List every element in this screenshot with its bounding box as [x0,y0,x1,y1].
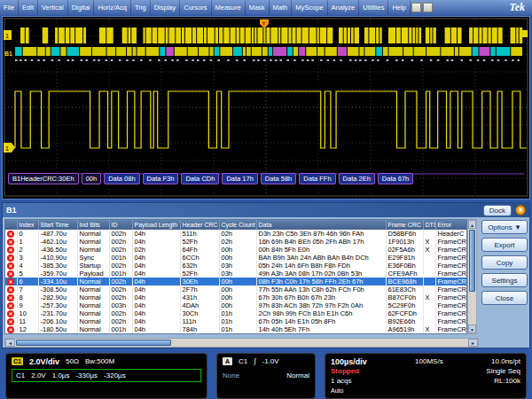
column-header-frame-crc[interactable]: Frame CRC [386,220,423,230]
channel-badge[interactable]: C1 [12,357,23,365]
table-cell: 04h [132,262,180,270]
bus-decode-label: Data 08h [104,173,139,184]
scroll-down-icon[interactable]: ▼ [468,325,476,333]
column-header-dts[interactable]: DTS [423,220,435,230]
menu-myscope[interactable]: MyScope [292,0,327,15]
table-row[interactable]: ✕3-410.90uSync001h04h6CCh00hBAh B9h 3Ah … [5,254,466,262]
sample-resolution: 10.0ns/pt [491,357,520,365]
column-header-cycle-count[interactable]: Cycle Count [219,220,256,230]
trigger-readout[interactable]: A C1 ∫ -1.0V None Normal [216,353,316,399]
cursor-value-1: 1.0µs [52,372,70,379]
horizontal-readout[interactable]: 100µs/div 100MS/s 10.0ns/pt Stopped Sing… [325,353,527,399]
menu-trig[interactable]: Trig [131,0,151,15]
table-cell: 14h 40h 5Eh 7Fh [256,325,386,333]
menu-file[interactable]: File [0,0,19,15]
table-cell: FrameCR [435,301,466,309]
table-cell: 1 [17,238,38,246]
table-cell: X [423,246,435,254]
table-cell: Payload [77,270,109,278]
scroll-right-icon[interactable]: ► [468,339,478,347]
menu-edit[interactable]: Edit [19,0,38,15]
vertical-scroll-thumb[interactable] [469,230,475,292]
table-cell: 002h [109,278,132,286]
column-header-ind-bits[interactable]: Ind Bits [77,220,109,230]
table-row[interactable]: ✕4-385.30uStartup002h04h632h03h05h 24h 1… [5,262,466,270]
table-row[interactable]: ✕6-334.10uNormal002h04h30Eh00h08h F3h C0… [5,278,466,286]
table-cell: 04h [132,325,180,333]
table-cell: 3 [17,254,38,262]
menu-math[interactable]: Math [270,0,293,15]
table-row[interactable]: ✕9-257.30uNormal003h04h4DAh00h97h 83h AC… [5,301,466,309]
error-icon: ✕ [7,231,14,238]
column-header-header-crc[interactable]: Header CRC [180,220,219,230]
table-cell: X [423,293,435,301]
column-header-payload-length[interactable]: Payload Length [132,220,180,230]
table-row[interactable]: ✕8-282.90uNormal002h04h431h00h67h 30h 67… [5,293,466,301]
menu-display[interactable]: Display [151,0,181,15]
column-header-index[interactable]: Index [17,220,38,230]
close-button[interactable]: Close [481,291,528,305]
table-cell: 12 [17,325,38,333]
table-row[interactable]: ✕12-180.50uNormal001h04h784h01h14h 40h 5… [5,325,466,333]
vertical-scrollbar[interactable]: ▲ ▼ [467,219,477,334]
column-header-data[interactable]: Data [256,220,386,230]
error-icon: ✕ [7,246,14,254]
table-cell: -487.70u [38,230,77,238]
settings-button[interactable]: Settings [481,273,528,287]
table-cell: FrameCR [435,254,466,262]
cursor-readout[interactable]: C1 2.0V 1.0µs -330µs -320µs [12,369,201,382]
error-icon: ✕ [7,294,14,301]
table-cell: 01h [219,317,256,325]
error-icon: ✕ [7,310,14,317]
table-cell: FrameCR [435,270,466,278]
decode-table[interactable]: IndexStart TimeInd BitsIDPayload LengthH… [4,219,467,334]
menu-mask[interactable]: Mask [246,0,270,15]
menu-horiz-acq[interactable]: Horiz/Acq [94,0,131,15]
horizontal-scrollbar[interactable]: ◄ ► [4,338,479,348]
table-row[interactable]: ✕11-206.10uNormal002h04h111h01h67h 05h 1… [5,317,466,325]
channel-readout[interactable]: C1 2.0V/div 50Ω Bw:500M C1 2.0V 1.0µs -3… [5,353,207,399]
scroll-left-icon[interactable]: ◄ [5,339,15,347]
column-header-start-time[interactable]: Start Time [38,220,77,230]
menu-digital[interactable]: Digital [68,0,95,15]
waveform-display[interactable]: 1B11T B1HeaderCRC:30Eh00hData 08hData F3… [2,16,530,200]
table-cell: 64Fh [180,246,219,254]
close-icon[interactable]: X [515,205,526,215]
table-row[interactable]: ✕10-231.70uNormal002h04h30Ch01h2Ch 98h 9… [5,309,466,317]
table-cell: 03h [219,262,256,270]
table-cell: 001h [109,254,132,262]
trigger-level: -1.0V [262,357,279,365]
table-cell [423,262,435,270]
menu-analyze[interactable]: Analyze [328,0,360,15]
panel-titlebar[interactable]: B1 Dock X [3,203,529,217]
table-row[interactable]: ✕2-436.50uNormal002h02h64Fh00h00h 84h 5F… [5,246,466,254]
table-cell: 002h [109,262,132,270]
menu-help[interactable]: Help [388,0,410,15]
window-button-1[interactable] [411,3,421,12]
table-cell: 67h 30h 67h B0h 67h 23h [256,293,386,301]
table-cell: 6 [17,278,38,286]
menu-measure[interactable]: Measure [212,0,246,15]
column-header-error[interactable]: Error [435,220,466,230]
table-row[interactable]: ✕7-308.50uNormal002h04h2F7h00h77h 55h AA… [5,286,466,293]
table-cell: 10 [17,309,38,317]
table-cell: 04h [132,254,180,262]
menu-utilities[interactable]: Utilities [359,0,388,15]
table-cell: 4DAh [180,301,219,309]
column-header-id[interactable]: ID [109,220,132,230]
table-row[interactable]: ✕5-359.70uPayload001h04h52Fh03h49h A3h 3… [5,270,466,278]
table-cell: 00h [219,286,256,293]
window-button-2[interactable] [423,3,433,12]
options-button[interactable]: Options ▼ [481,220,528,234]
menu-cursors[interactable]: Cursors [180,0,211,15]
table-row[interactable]: ✕0-487.70uNormal002h04h511h02hD3h 23h C5… [5,230,466,238]
horizontal-scroll-thumb[interactable] [16,340,171,346]
table-cell: 05h 24h 14h 6Fh B8h F8h FDh [256,262,386,270]
scroll-up-icon[interactable]: ▲ [468,220,476,229]
dock-button[interactable]: Dock [483,205,512,216]
cursor-value-2: -330µs [75,372,98,379]
copy-button[interactable]: Copy [481,255,528,270]
menu-vertical[interactable]: Vertical [38,0,68,15]
table-row[interactable]: ✕1-462.10uNormal002h04h52Fh02h16h 69h B4… [5,238,466,246]
export-button[interactable]: Export [481,238,528,252]
